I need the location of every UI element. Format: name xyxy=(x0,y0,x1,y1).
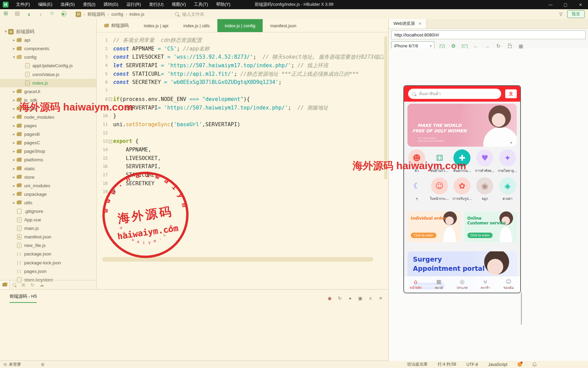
tree-item[interactable]: constValue.js xyxy=(0,70,96,78)
app-tab[interactable]: ⌂ หน้าหลัก xyxy=(404,276,427,293)
tree-item[interactable]: unpackage xyxy=(0,190,96,198)
fold-marker-icon[interactable] xyxy=(108,36,113,45)
sidebar-view-icon[interactable] xyxy=(10,281,19,289)
sidebar-view-icon[interactable] xyxy=(19,281,28,289)
promo-enter-button[interactable]: Click to enter xyxy=(467,233,493,238)
fold-marker-icon[interactable] xyxy=(108,61,113,70)
fold-marker-icon[interactable] xyxy=(108,78,113,87)
tree-item[interactable]: pages.json xyxy=(0,267,96,276)
fold-marker-icon[interactable] xyxy=(108,53,113,61)
category-item[interactable]: ♥ การทำศัลย... xyxy=(474,149,496,173)
update-notification-icon[interactable] xyxy=(517,362,522,367)
app-search-bar[interactable]: ค้นหาสินค้า xyxy=(408,89,501,99)
console-action-icon[interactable] xyxy=(368,295,373,301)
console-action-icon[interactable] xyxy=(378,295,384,301)
tree-item[interactable]: new_file.js xyxy=(0,241,96,250)
line-number[interactable]: 12 xyxy=(97,129,108,137)
chevron-icon[interactable] xyxy=(12,123,16,128)
tree-item[interactable]: config xyxy=(0,53,96,61)
category-item[interactable]: ◈ ดวงตา xyxy=(496,177,519,201)
breadcrumb-file[interactable]: index.js xyxy=(129,12,144,17)
editor-tab[interactable]: index.js | utils xyxy=(176,19,217,32)
tree-item[interactable]: App.vue xyxy=(0,216,96,224)
language-mode[interactable]: JavaScript xyxy=(488,362,507,367)
chevron-icon[interactable] xyxy=(12,106,16,111)
chevron-icon[interactable] xyxy=(3,29,8,34)
tree-item[interactable]: index.js xyxy=(0,79,96,87)
bell-icon[interactable] xyxy=(532,362,537,367)
line-number[interactable]: 3 xyxy=(97,53,108,61)
chevron-icon[interactable] xyxy=(12,38,16,42)
line-number[interactable]: 6 xyxy=(97,78,108,87)
chevron-icon[interactable] xyxy=(12,132,16,136)
sidebar-view-icon[interactable] xyxy=(37,281,46,289)
tree-item[interactable]: 前端源码 xyxy=(0,27,96,36)
menu-item[interactable]: 选择(S) xyxy=(57,0,79,9)
maximize-button[interactable]: ▢ xyxy=(558,0,573,9)
line-number[interactable]: 4 xyxy=(97,61,108,70)
chevron-icon[interactable] xyxy=(12,201,16,205)
tree-item[interactable]: pages xyxy=(0,121,96,130)
line-number[interactable]: 11 xyxy=(97,120,108,129)
tree-item[interactable]: manifest.json xyxy=(0,233,96,241)
editor-tab[interactable]: 前端源码 xyxy=(97,19,136,32)
line-number[interactable]: 7 xyxy=(97,87,108,95)
tree-item[interactable]: pagesB xyxy=(0,130,96,138)
line-number[interactable]: 16 xyxy=(97,162,108,171)
login-status[interactable]: 未登录 xyxy=(3,362,21,367)
tree-item[interactable]: pageShop xyxy=(0,147,96,156)
browser-icon[interactable] xyxy=(517,43,524,49)
console-tab[interactable]: 前端源码 - H5 xyxy=(10,293,37,303)
chevron-icon[interactable] xyxy=(12,46,16,51)
sidebar-view-icon[interactable] xyxy=(0,281,10,289)
close-tab-icon[interactable]: ✕ xyxy=(418,21,421,26)
tree-item[interactable]: platforms xyxy=(0,156,96,164)
fold-marker-icon[interactable] xyxy=(108,154,113,163)
browser-tab[interactable]: Web浏览器 ✕ xyxy=(389,19,427,28)
filter-icon[interactable]: ∇ xyxy=(559,12,562,17)
browser-icon[interactable] xyxy=(506,43,513,49)
chevron-icon[interactable] xyxy=(12,89,16,94)
promo-card[interactable]: OnlineCustomer service Click to enter xyxy=(464,211,517,242)
fold-marker-icon[interactable] xyxy=(108,120,113,129)
fold-marker-icon[interactable] xyxy=(108,45,113,53)
fold-marker-icon[interactable] xyxy=(108,87,113,95)
promo-enter-button[interactable]: Click to enter xyxy=(411,233,436,238)
vertical-scrollbar[interactable] xyxy=(384,36,387,179)
promo-card[interactable]: Individual order Click to enter xyxy=(407,211,461,242)
fold-marker-icon[interactable] xyxy=(108,162,113,171)
line-number[interactable]: 14 xyxy=(97,146,108,154)
tree-item[interactable]: store xyxy=(0,173,96,181)
viewport-scrollbar[interactable] xyxy=(521,292,522,325)
tree-item[interactable]: static xyxy=(0,164,96,173)
chevron-icon[interactable] xyxy=(12,55,16,59)
tree-item[interactable]: package.json xyxy=(0,250,96,258)
console-action-icon[interactable] xyxy=(327,295,332,301)
browser-icon[interactable] xyxy=(495,43,502,49)
file-search-input[interactable] xyxy=(182,11,353,17)
fold-marker-icon[interactable] xyxy=(108,137,113,146)
preview-button[interactable]: 预览 xyxy=(567,10,585,18)
list-icon[interactable]: ≣ xyxy=(41,362,45,367)
console-action-icon[interactable] xyxy=(347,295,353,301)
line-number[interactable]: 13 xyxy=(97,137,108,146)
line-number[interactable]: 1 xyxy=(97,36,108,45)
fold-marker-icon[interactable] xyxy=(108,146,113,154)
line-number[interactable]: 5 xyxy=(97,70,108,78)
browser-icon[interactable] xyxy=(461,43,468,49)
toolbar-icon[interactable] xyxy=(58,10,69,18)
category-item[interactable]: ✿ การปรับรูป... xyxy=(451,177,474,201)
menu-item[interactable]: 跳转(G) xyxy=(99,0,122,9)
category-item[interactable]: ◉ จมูก xyxy=(474,177,496,201)
menu-item[interactable]: 运行(R) xyxy=(122,0,145,9)
tree-item[interactable]: appUpdateConfig.js xyxy=(0,61,96,70)
close-button[interactable]: ✕ xyxy=(573,0,588,9)
fold-marker-icon[interactable] xyxy=(108,129,113,137)
line-number[interactable]: 2 xyxy=(97,45,108,53)
syntax-lib-label[interactable]: 语法提示库 xyxy=(407,362,428,367)
menu-item[interactable]: 查找(I) xyxy=(79,0,99,9)
toolbar-icon[interactable] xyxy=(12,10,23,18)
editor-tab[interactable]: manifest.json xyxy=(263,19,304,32)
sidebar-view-icon[interactable] xyxy=(28,281,37,289)
console-action-icon[interactable] xyxy=(337,295,343,301)
